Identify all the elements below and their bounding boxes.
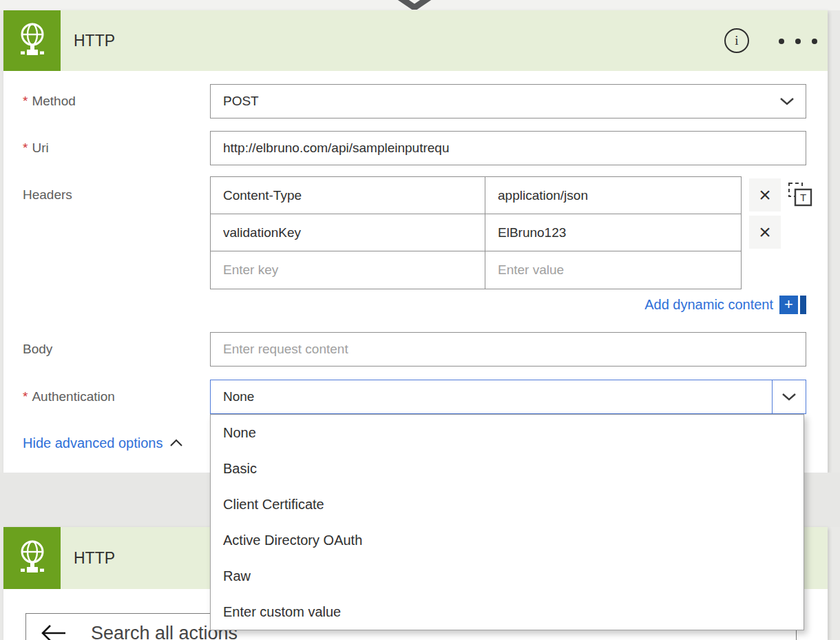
add-dynamic-content-row: Add dynamic content + bbox=[210, 294, 806, 315]
back-arrow-icon[interactable] bbox=[40, 623, 67, 640]
body-input[interactable] bbox=[211, 333, 806, 366]
header-key-input[interactable] bbox=[211, 251, 485, 289]
close-icon: × bbox=[759, 183, 771, 207]
headers-label: Headers bbox=[23, 176, 72, 214]
http-action-header[interactable]: HTTP i bbox=[3, 10, 828, 71]
http-connector-icon bbox=[3, 527, 61, 589]
header-row bbox=[211, 214, 741, 251]
add-dynamic-content-link[interactable]: Add dynamic content bbox=[644, 297, 773, 313]
authentication-combobox[interactable]: None bbox=[210, 380, 806, 414]
info-icon[interactable]: i bbox=[724, 28, 749, 53]
ellipsis-menu-button[interactable] bbox=[776, 36, 820, 47]
close-icon: × bbox=[759, 220, 771, 244]
authentication-dropdown-button[interactable] bbox=[772, 380, 806, 413]
method-combobox[interactable]: POST bbox=[210, 84, 806, 118]
required-marker: * bbox=[23, 389, 28, 404]
dropdown-option-basic[interactable]: Basic bbox=[211, 451, 804, 486]
plus-icon: + bbox=[779, 296, 798, 314]
add-dynamic-content-button[interactable]: + bbox=[779, 296, 806, 314]
header-value-input[interactable] bbox=[485, 177, 741, 214]
dropdown-option-enter-custom-value[interactable]: Enter custom value bbox=[211, 594, 804, 630]
uri-field bbox=[210, 131, 806, 165]
action-title: HTTP bbox=[74, 527, 115, 589]
authentication-label: * Authentication bbox=[23, 380, 115, 414]
switch-to-text-mode-icon[interactable]: T bbox=[787, 181, 813, 207]
uri-label: * Uri bbox=[23, 131, 49, 165]
flow-connector-arrow-icon bbox=[392, 0, 437, 10]
ellipsis-dot bbox=[812, 39, 817, 44]
ellipsis-dot bbox=[779, 39, 784, 44]
action-title: HTTP bbox=[74, 10, 115, 71]
chevron-down-icon bbox=[779, 97, 795, 105]
delete-header-row-button[interactable]: × bbox=[749, 216, 781, 249]
header-value-input[interactable] bbox=[485, 251, 741, 289]
chevron-down-icon bbox=[781, 393, 797, 401]
logic-apps-designer-canvas: HTTP i * Method POST * Uri Headers bbox=[0, 0, 840, 640]
body-label: Body bbox=[23, 332, 52, 367]
authentication-value: None bbox=[211, 380, 254, 413]
body-field bbox=[210, 332, 806, 367]
http-connector-icon bbox=[3, 10, 61, 71]
required-marker: * bbox=[23, 94, 28, 109]
http-action-card: HTTP i * Method POST * Uri Headers bbox=[3, 10, 828, 473]
ellipsis-dot bbox=[795, 39, 801, 44]
method-label: * Method bbox=[23, 84, 76, 118]
header-key-input[interactable] bbox=[211, 214, 485, 251]
method-value: POST bbox=[211, 85, 259, 118]
headers-grid bbox=[210, 176, 742, 289]
required-marker: * bbox=[23, 141, 28, 156]
header-row-empty bbox=[211, 251, 741, 289]
dropdown-option-active-directory-oauth[interactable]: Active Directory OAuth bbox=[211, 522, 804, 558]
header-key-input[interactable] bbox=[211, 177, 485, 214]
authentication-dropdown-list: None Basic Client Certificate Active Dir… bbox=[210, 414, 804, 630]
svg-text:T: T bbox=[800, 192, 806, 203]
uri-input[interactable] bbox=[211, 132, 806, 165]
dropdown-option-raw[interactable]: Raw bbox=[211, 558, 804, 594]
hide-advanced-options-link[interactable]: Hide advanced options bbox=[23, 432, 183, 454]
header-row bbox=[211, 177, 741, 214]
canvas-background-strip bbox=[0, 0, 840, 10]
dropdown-option-none[interactable]: None bbox=[211, 415, 804, 451]
flyout-bar-icon bbox=[800, 296, 806, 314]
delete-header-row-button[interactable]: × bbox=[749, 178, 781, 211]
header-value-input[interactable] bbox=[485, 214, 741, 251]
dropdown-option-client-certificate[interactable]: Client Certificate bbox=[211, 486, 804, 522]
chevron-up-icon bbox=[169, 439, 183, 447]
